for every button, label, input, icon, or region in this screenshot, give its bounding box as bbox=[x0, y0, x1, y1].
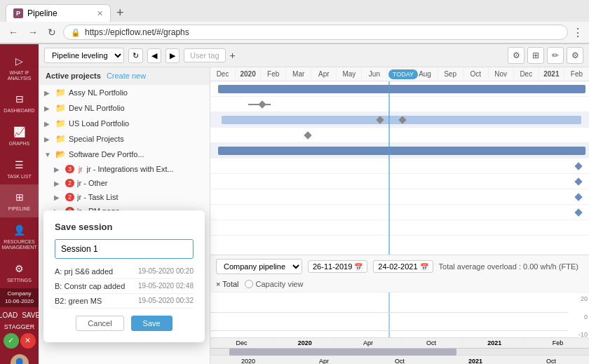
stagger-label[interactable]: STAGGER bbox=[4, 323, 34, 330]
confirm-button[interactable]: ✓ bbox=[4, 333, 19, 349]
date-to-field[interactable]: 24-02-2021 📅 bbox=[373, 260, 433, 273]
gantt-header: TODAY Dec 2020 Feb Mar Apr May Jun Jul A… bbox=[210, 67, 589, 81]
sidebar-item-dashboard[interactable]: ⊟ DASHBOARD bbox=[0, 86, 39, 119]
cancel-sidebar-button[interactable]: ✕ bbox=[20, 333, 36, 349]
add-tag-button[interactable]: + bbox=[230, 50, 236, 61]
expand-tasklist-icon[interactable]: ▶ bbox=[54, 194, 62, 201]
modal-save-button[interactable]: Save bbox=[131, 316, 172, 331]
sidebar-item-settings[interactable]: ⚙ SETTINGS bbox=[0, 256, 39, 289]
axis-2021: 2021 bbox=[438, 357, 513, 364]
date-from-field[interactable]: 26-11-2019 📅 bbox=[308, 260, 367, 273]
forward-button[interactable]: → bbox=[25, 25, 41, 39]
tab-close-icon[interactable]: ✕ bbox=[97, 9, 103, 18]
expand-special-icon[interactable]: ▶ bbox=[44, 135, 53, 143]
diamond-special bbox=[304, 131, 311, 139]
expand-software-icon[interactable]: ▼ bbox=[44, 151, 53, 159]
project-name-special: Special Projects bbox=[69, 135, 204, 143]
load-button[interactable]: LOAD bbox=[0, 310, 19, 321]
bottom-col-dec: Dec bbox=[210, 338, 273, 348]
nav-prev-button[interactable]: ◀ bbox=[147, 48, 161, 63]
sidebar-load-save-row: LOAD SAVE bbox=[0, 309, 44, 322]
project-item-dev[interactable]: ▶ 📁 Dev NL Portfolio bbox=[39, 100, 210, 116]
dashboard-icon: ⊟ bbox=[13, 92, 27, 106]
session-item-b2[interactable]: B2: green MS 19-05-2020 00:32 bbox=[55, 294, 194, 309]
scroll-bar[interactable] bbox=[210, 348, 589, 355]
modal-actions: Cancel Save bbox=[55, 316, 194, 331]
url-bar[interactable]: 🔒 https://epicflow.net/#/graphs bbox=[63, 25, 568, 40]
back-button[interactable]: ← bbox=[6, 25, 21, 39]
project-name-assy: Assy NL Portfolio bbox=[69, 88, 204, 97]
sidebar-label-graphs: GRAPHS bbox=[9, 141, 30, 147]
axis-2020: 2020 bbox=[210, 357, 286, 364]
session-name-input[interactable] bbox=[55, 239, 194, 259]
bottom-toolbar: Company pipeline 26-11-2019 📅 24-02-2021… bbox=[210, 255, 589, 292]
expand-us-icon[interactable]: ▶ bbox=[44, 120, 53, 128]
active-tab[interactable]: P Pipeline ✕ bbox=[6, 4, 111, 22]
bottom-date-axis: 2020 Apr Oct 2021 Oct bbox=[210, 355, 589, 364]
expand-other-icon[interactable]: ▶ bbox=[54, 180, 62, 187]
x-total-button[interactable]: × Total bbox=[216, 280, 239, 288]
session-item-b[interactable]: B: Constr cap added 19-05-2020 02:48 bbox=[55, 279, 194, 294]
session-name-b: B: Constr cap added bbox=[55, 282, 125, 290]
folder-assy-icon: 📁 bbox=[55, 88, 66, 97]
today-badge: TODAY bbox=[388, 69, 418, 79]
sidebar-item-graphs[interactable]: 📈 GRAPHS bbox=[0, 119, 39, 152]
gantt-col-2020: 2020 bbox=[236, 67, 261, 81]
session-time-b2: 19-05-2020 00:32 bbox=[138, 297, 194, 305]
bottom-col-oct-b: Oct bbox=[400, 338, 463, 348]
modal-cancel-button[interactable]: Cancel bbox=[76, 316, 123, 331]
user-avatar[interactable]: 👤 bbox=[11, 354, 29, 364]
scroll-thumb[interactable] bbox=[229, 349, 456, 356]
bottom-col-2021: 2021 bbox=[463, 338, 527, 348]
expand-int-icon[interactable]: ▶ bbox=[54, 166, 62, 173]
browser-menu-icon[interactable]: ⋮ bbox=[572, 26, 583, 39]
sidebar-label-settings: SETTINGS bbox=[7, 278, 32, 283]
project-item-tasklist[interactable]: ▶ 2 jr - Task List bbox=[39, 190, 210, 204]
browser-chrome: P Pipeline ✕ + ← → ↻ 🔒 https://epicflow.… bbox=[0, 0, 589, 44]
axis-oct2: Oct bbox=[362, 357, 438, 364]
gantt-row-assy bbox=[210, 81, 589, 97]
new-tab-button[interactable]: + bbox=[114, 6, 127, 20]
url-text: https://epicflow.net/#/graphs bbox=[85, 27, 189, 37]
gantt-row-other bbox=[210, 174, 589, 189]
project-item-int[interactable]: ▶ 3 jr jr - Integrations with Ext... bbox=[39, 162, 210, 176]
sidebar-item-pipeline[interactable]: ⊞ PIPELINE bbox=[0, 184, 39, 217]
reload-button[interactable]: ↻ bbox=[45, 25, 59, 39]
sidebar-item-tasklist[interactable]: ☰ TASK LIST bbox=[0, 152, 39, 185]
expand-dev-icon[interactable]: ▶ bbox=[44, 105, 53, 112]
project-item-software[interactable]: ▼ 📂 Software Dev Portfo... bbox=[39, 147, 210, 162]
h-line-0 bbox=[210, 312, 568, 313]
calendar-to-icon: 📅 bbox=[420, 263, 428, 271]
create-new-link[interactable]: Create new bbox=[107, 72, 146, 80]
project-item-assy[interactable]: ▶ 📁 Assy NL Portfolio bbox=[39, 85, 210, 100]
session-list: A: prj S&6 added 19-05-2020 00:20 B: Con… bbox=[55, 264, 194, 309]
badge-int: 3 bbox=[65, 165, 74, 173]
pipeline-select[interactable]: Pipeline leveling bbox=[44, 48, 124, 63]
sidebar: ▷ WHAT IF ANALYSIS ⊟ DASHBOARD 📈 GRAPHS … bbox=[0, 44, 39, 364]
nav-next-button[interactable]: ▶ bbox=[165, 48, 180, 63]
user-tag-field[interactable]: User tag bbox=[184, 48, 226, 62]
sidebar-item-resources[interactable]: 👤 RESOURCES MANAGEMENT bbox=[0, 217, 39, 255]
company-pipeline-select[interactable]: Company pipeline bbox=[216, 259, 302, 274]
folder-special-icon: 📁 bbox=[55, 134, 66, 144]
resources-icon: 👤 bbox=[13, 223, 27, 237]
capacity-view-toggle[interactable]: Capacity view bbox=[245, 280, 304, 288]
project-name-dev: Dev NL Portfolio bbox=[69, 104, 204, 112]
capacity-view-radio[interactable] bbox=[245, 280, 253, 288]
refresh-button[interactable]: ↻ bbox=[128, 48, 143, 63]
sidebar-bottom: Company 10-06-2020 LOAD SAVE STAGGER ✓ ✕… bbox=[0, 288, 39, 364]
session-item-a[interactable]: A: prj S&6 added 19-05-2020 00:20 bbox=[55, 264, 194, 279]
diamond-tasklist bbox=[575, 193, 583, 201]
diamond-rm bbox=[575, 208, 583, 216]
sidebar-item-analysis[interactable]: ▷ WHAT IF ANALYSIS bbox=[0, 48, 39, 86]
expand-assy-icon[interactable]: ▶ bbox=[44, 89, 53, 97]
settings-button[interactable]: ⚙ bbox=[567, 47, 583, 64]
project-item-us[interactable]: ▶ 📁 US Load Portfolio bbox=[39, 116, 210, 131]
filter-button[interactable]: ⚙ bbox=[508, 47, 524, 64]
bottom-col-2020: 2020 bbox=[273, 338, 337, 348]
today-line bbox=[388, 81, 390, 255]
edit-button[interactable]: ✏ bbox=[547, 47, 564, 64]
grid-button[interactable]: ⊞ bbox=[527, 47, 544, 64]
project-item-special[interactable]: ▶ 📁 Special Projects bbox=[39, 131, 210, 147]
project-item-other[interactable]: ▶ 2 jr - Other bbox=[39, 176, 210, 190]
